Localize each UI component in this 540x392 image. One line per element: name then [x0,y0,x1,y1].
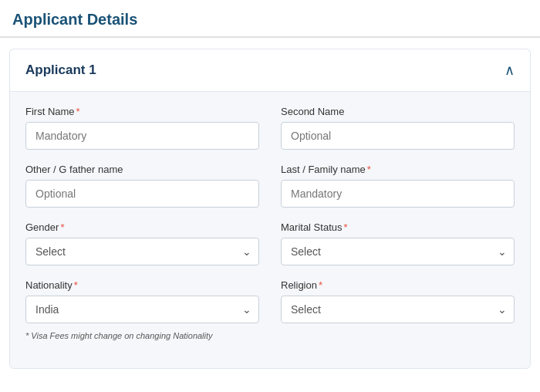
nationality-select[interactable]: India USA UK Other [25,296,259,323]
first-name-label: First Name* [25,106,259,117]
form-row-name: First Name* Second Name [25,106,515,150]
section-title: Applicant 1 [25,63,96,78]
form-group-first-name: First Name* [25,106,259,150]
religion-select[interactable]: Select Hindu Muslim Christian Sikh Buddh… [281,296,515,323]
last-family-input[interactable] [281,180,515,208]
nationality-label: Nationality* [25,279,259,291]
applicant-section: Applicant 1 ∧ First Name* Second Name [9,49,531,369]
form-group-gender: Gender* Select Male Female Other ⌄ [25,221,259,265]
section-body: First Name* Second Name Other / G father… [10,92,530,368]
gender-select-wrapper: Select Male Female Other ⌄ [25,238,259,265]
marital-status-label: Marital Status* [281,221,515,233]
nationality-required-star: * [74,279,78,291]
section-header: Applicant 1 ∧ [10,49,530,92]
first-name-input[interactable] [25,122,259,150]
form-group-marital-status: Marital Status* Select Single Married Di… [281,221,515,265]
religion-required-star: * [319,279,322,291]
other-father-input[interactable] [25,180,259,208]
religion-select-wrapper: Select Hindu Muslim Christian Sikh Buddh… [281,296,515,323]
gender-required-star: * [60,221,64,233]
form-group-last-family: Last / Family name* [281,164,515,208]
last-family-required-star: * [367,164,371,175]
last-family-label: Last / Family name* [281,164,515,175]
nationality-select-wrapper: India USA UK Other ⌄ [25,296,259,323]
marital-status-select-wrapper: Select Single Married Divorced Widowed ⌄ [281,238,515,265]
form-row-nationality-religion: Nationality* India USA UK Other ⌄ * Visa… [25,279,515,340]
gender-select[interactable]: Select Male Female Other [25,238,259,265]
nationality-note: * Visa Fees might change on changing Nat… [25,331,259,340]
form-row-other-last: Other / G father name Last / Family name… [25,164,515,208]
second-name-input[interactable] [281,122,515,150]
collapse-icon[interactable]: ∧ [505,62,515,79]
form-group-other-father: Other / G father name [25,164,259,208]
form-group-second-name: Second Name [281,106,515,150]
page-title: Applicant Details [12,11,528,29]
form-group-religion: Religion* Select Hindu Muslim Christian … [281,279,515,323]
second-name-label: Second Name [281,106,515,117]
marital-status-select[interactable]: Select Single Married Divorced Widowed [281,238,515,265]
other-father-label: Other / G father name [25,164,259,175]
gender-label: Gender* [25,221,259,233]
page-header: Applicant Details [0,0,540,38]
marital-required-star: * [343,221,347,233]
form-group-nationality: Nationality* India USA UK Other ⌄ * Visa… [25,279,259,340]
form-row-gender-marital: Gender* Select Male Female Other ⌄ Marit… [25,221,515,265]
religion-label: Religion* [281,279,515,291]
first-name-required-star: * [76,106,80,117]
